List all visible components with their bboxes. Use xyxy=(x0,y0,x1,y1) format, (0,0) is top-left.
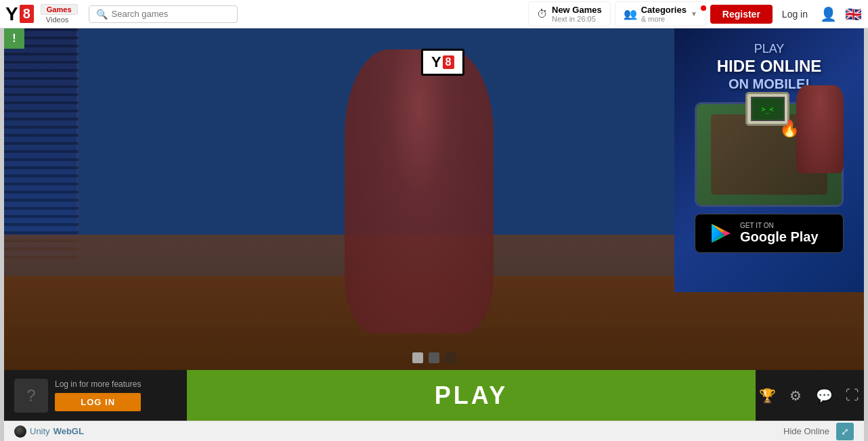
nav-tab-videos[interactable]: Videos xyxy=(41,15,78,24)
carousel-dot-3[interactable] xyxy=(445,352,456,363)
window-left xyxy=(4,28,79,258)
game-title-unity-bar: Hide Online xyxy=(783,426,829,436)
carousel-dot-2[interactable] xyxy=(429,352,439,363)
unity-logo: Unity WebGL xyxy=(14,425,84,438)
profile-icon-button[interactable]: 👤 xyxy=(817,3,840,25)
expand-button[interactable]: ⤢ xyxy=(836,423,854,440)
categories-label: Categories xyxy=(641,5,687,15)
monitor-screen: >_< xyxy=(751,97,785,121)
y8-in-game-y: Y xyxy=(431,53,441,71)
new-games-sublabel: Next in 26:05 xyxy=(552,15,602,23)
unity-bar: Unity WebGL Hide Online ⤢ xyxy=(4,421,864,441)
expand-icon: ⤢ xyxy=(841,426,849,437)
carousel-dot-1[interactable] xyxy=(412,352,423,363)
promo-visual-area: 🔥 >_< xyxy=(695,99,844,207)
alert-symbol: ! xyxy=(12,32,16,45)
chevron-down-icon: ▼ xyxy=(691,10,697,18)
categories-text: Categories & more xyxy=(641,5,687,23)
login-orange-button[interactable]: LOG IN xyxy=(55,393,141,411)
nav-tab-games[interactable]: Games xyxy=(41,4,78,15)
new-games-text: New Games Next in 26:05 xyxy=(552,5,602,23)
logo: Y 8 xyxy=(5,5,34,24)
header: Y 8 Games Videos 🔍 ⏱ New Games Next in 2… xyxy=(0,0,868,28)
nav-tabs: Games Videos xyxy=(41,4,78,24)
avatar: ? xyxy=(14,379,48,413)
game-action-icons: 🏆 ⚙ 💬 ⛶ xyxy=(756,370,864,421)
search-input[interactable] xyxy=(112,9,230,19)
flame-icon: 🔥 xyxy=(779,119,800,138)
unity-text: Unity xyxy=(30,426,50,436)
logo-y: Y xyxy=(5,5,18,24)
game-scene: ! Y 8 PLAY H xyxy=(4,28,864,441)
get-it-on-label: GET IT ON xyxy=(740,222,819,229)
login-text-area: Log in for more features LOG IN xyxy=(55,379,141,411)
avatar-placeholder: ? xyxy=(26,386,35,405)
play-button[interactable]: PLAY xyxy=(187,370,756,421)
new-games-button[interactable]: ⏱ New Games Next in 26:05 xyxy=(528,1,611,26)
y8-in-game-logo: Y 8 xyxy=(421,49,464,76)
google-play-label: Google Play xyxy=(740,229,819,245)
carousel-dots xyxy=(412,352,456,363)
promo-play-text: PLAY xyxy=(717,42,822,57)
game-area: ! Y 8 PLAY H xyxy=(4,28,864,441)
y8-in-game-8: 8 xyxy=(443,55,454,69)
categories-button[interactable]: 👥 Categories & more ▼ xyxy=(615,1,706,26)
unity-sphere-icon xyxy=(14,425,26,438)
google-play-text: GET IT ON Google Play xyxy=(740,222,819,245)
search-box[interactable]: 🔍 xyxy=(89,5,238,23)
notification-dot xyxy=(701,5,706,11)
new-games-label: New Games xyxy=(552,5,602,15)
character-silhouette xyxy=(345,49,494,333)
bottom-bar: ? Log in for more features LOG IN PLAY 🏆… xyxy=(4,370,864,421)
language-flag[interactable]: 🇬🇧 xyxy=(844,7,863,21)
google-play-button[interactable]: GET IT ON Google Play xyxy=(695,214,844,253)
login-panel: ? Log in for more features LOG IN xyxy=(4,370,187,421)
trophy-icon[interactable]: 🏆 xyxy=(756,385,778,407)
logo-8: 8 xyxy=(20,5,34,23)
webgl-text: WebGL xyxy=(53,426,84,436)
game-container: ! Y 8 PLAY H xyxy=(4,28,864,441)
categories-wrapper: 👥 Categories & more ▼ xyxy=(615,1,706,26)
play-store-icon xyxy=(709,221,733,246)
chat-icon[interactable]: 💬 xyxy=(813,385,835,407)
settings-icon[interactable]: ⚙ xyxy=(785,385,806,407)
promo-character xyxy=(796,85,844,173)
login-button[interactable]: Log in xyxy=(777,6,813,22)
register-button[interactable]: Register xyxy=(710,5,773,24)
people-icon: 👥 xyxy=(624,7,637,20)
monitor-text: >_< xyxy=(761,106,773,113)
search-icon: 🔍 xyxy=(96,9,108,20)
clock-icon: ⏱ xyxy=(537,8,548,20)
mobile-promo-overlay: PLAY HIDE ONLINE ON MOBILE! 🔥 xyxy=(674,28,864,292)
fullscreen-icon[interactable]: ⛶ xyxy=(842,385,863,407)
categories-sublabel: & more xyxy=(641,15,687,23)
main-area: ! Y 8 PLAY H xyxy=(0,28,868,441)
alert-icon[interactable]: ! xyxy=(4,28,24,49)
promo-title: PLAY HIDE ONLINE ON MOBILE! xyxy=(717,42,822,92)
window-shutters xyxy=(4,28,79,258)
promo-online-text: HIDE ONLINE xyxy=(717,57,822,76)
login-message: Log in for more features xyxy=(55,379,141,389)
profile-icon: 👤 xyxy=(820,7,837,22)
